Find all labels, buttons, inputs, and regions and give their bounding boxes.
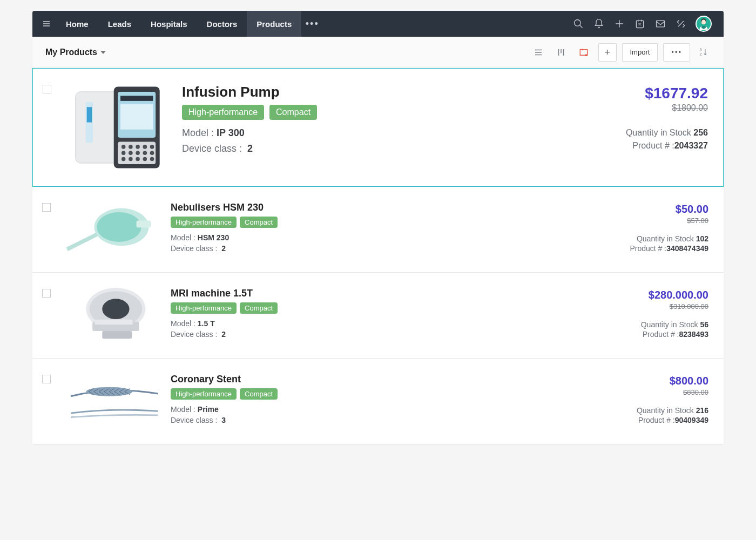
svg-point-16 [129, 145, 133, 149]
svg-rect-34 [137, 220, 151, 227]
nav-tab-hospitals[interactable]: Hospitals [141, 11, 197, 37]
tag: High-performance [182, 105, 264, 120]
top-nav: Home Leads Hospitals Doctors Products ••… [32, 11, 724, 37]
hamburger-icon[interactable] [37, 11, 56, 37]
svg-text:31: 31 [638, 23, 642, 26]
label-model: Model : [171, 319, 195, 328]
canvas-view-icon[interactable] [576, 44, 592, 60]
product-title: Infusion Pump [182, 84, 568, 100]
nav-tab-home[interactable]: Home [56, 11, 98, 37]
svg-point-24 [150, 151, 154, 155]
svg-rect-13 [120, 104, 153, 130]
product-title: Nebulisers HSM 230 [171, 202, 568, 213]
view-selector[interactable]: My Products [45, 48, 106, 57]
value-model: 1.5 T [198, 319, 215, 328]
svg-point-29 [150, 157, 154, 161]
tag: Compact [240, 302, 278, 314]
svg-rect-39 [95, 320, 133, 325]
label-model: Model : [182, 127, 214, 138]
value-device-class: 2 [247, 143, 253, 154]
product-image [60, 200, 163, 259]
svg-point-23 [143, 151, 147, 155]
svg-text:A: A [700, 48, 703, 51]
label-device-class: Device class : [182, 143, 242, 154]
value-device-class: 2 [221, 330, 226, 339]
value-qty: 216 [696, 406, 708, 415]
product-row[interactable]: Infusion Pump High-performance Compact M… [32, 68, 724, 187]
mail-icon[interactable] [654, 18, 666, 30]
svg-point-26 [129, 157, 133, 161]
product-title: Coronary Stent [171, 374, 568, 385]
label-device-class: Device class : [171, 330, 217, 339]
row-checkbox[interactable] [42, 203, 51, 212]
import-button[interactable]: Import [622, 43, 658, 62]
row-checkbox[interactable] [42, 375, 51, 383]
svg-point-18 [143, 145, 147, 149]
svg-rect-12 [120, 96, 153, 100]
value-qty: 256 [693, 128, 708, 137]
search-icon[interactable] [572, 18, 584, 30]
tools-icon[interactable] [675, 18, 687, 30]
svg-text:Z: Z [700, 52, 702, 56]
label-qty: Quantity in Stock [626, 128, 691, 137]
svg-point-37 [103, 299, 130, 319]
nav-tab-products[interactable]: Products [247, 11, 301, 37]
product-row[interactable]: Nebulisers HSM 230 High-performance Comp… [32, 187, 724, 273]
value-product-no: 2043327 [674, 141, 708, 150]
avatar[interactable] [696, 16, 712, 32]
create-button[interactable]: + [598, 43, 617, 62]
product-row[interactable]: Coronary Stent High-performance Compact … [32, 359, 724, 444]
product-price: $280.000.00 [568, 289, 708, 301]
svg-rect-3 [657, 21, 665, 27]
label-model: Model : [171, 405, 195, 414]
kanban-view-icon[interactable] [553, 44, 569, 60]
bell-icon[interactable] [593, 18, 605, 30]
label-product-no: Product # : [632, 141, 674, 150]
svg-rect-6 [580, 49, 588, 55]
svg-point-27 [136, 157, 140, 161]
tag: High-performance [171, 217, 237, 228]
tag: High-performance [171, 388, 237, 400]
view-name: My Products [45, 48, 97, 57]
more-actions-button[interactable]: ••• [663, 43, 690, 62]
svg-point-25 [121, 157, 125, 161]
tag: High-performance [171, 302, 237, 314]
subheader-tools: + Import ••• AZ [530, 43, 711, 62]
value-product-no: 3408474349 [666, 244, 708, 253]
product-original-price: $310.000.00 [568, 302, 708, 310]
sort-icon[interactable]: AZ [697, 44, 711, 60]
nav-tab-doctors[interactable]: Doctors [197, 11, 247, 37]
tag: Compact [240, 388, 278, 400]
calendar-icon[interactable]: 31 [634, 18, 646, 30]
row-checkbox[interactable] [42, 289, 51, 298]
product-price: $1677.92 [568, 85, 708, 102]
list-view-icon[interactable] [530, 44, 546, 60]
product-title: MRI machine 1.5T [171, 288, 568, 299]
product-row[interactable]: MRI machine 1.5T High-performance Compac… [32, 273, 724, 359]
svg-point-21 [129, 151, 133, 155]
svg-point-17 [136, 145, 140, 149]
svg-point-0 [575, 20, 581, 26]
label-device-class: Device class : [171, 416, 217, 424]
value-device-class: 2 [221, 244, 226, 253]
label-qty: Quantity in Stock [637, 234, 694, 243]
value-qty: 102 [696, 234, 708, 243]
svg-point-15 [121, 145, 125, 149]
row-checkbox[interactable] [43, 85, 51, 93]
label-product-no: Product # : [630, 244, 666, 253]
product-original-price: $830.00 [568, 388, 708, 396]
product-price: $800.00 [568, 375, 708, 387]
nav-tabs: Home Leads Hospitals Doctors Products [56, 11, 301, 37]
subheader: My Products + Import ••• AZ [32, 37, 724, 68]
nav-more-icon[interactable]: ••• [301, 18, 323, 30]
svg-rect-31 [86, 107, 91, 122]
plus-icon[interactable] [613, 18, 625, 30]
product-original-price: $57.00 [568, 217, 708, 225]
value-model: Prime [198, 405, 219, 414]
svg-point-19 [150, 145, 154, 149]
svg-rect-40 [103, 331, 132, 339]
value-product-no: 8238493 [679, 330, 708, 339]
svg-point-33 [97, 212, 141, 242]
nav-tab-leads[interactable]: Leads [98, 11, 141, 37]
value-device-class: 3 [221, 416, 226, 424]
